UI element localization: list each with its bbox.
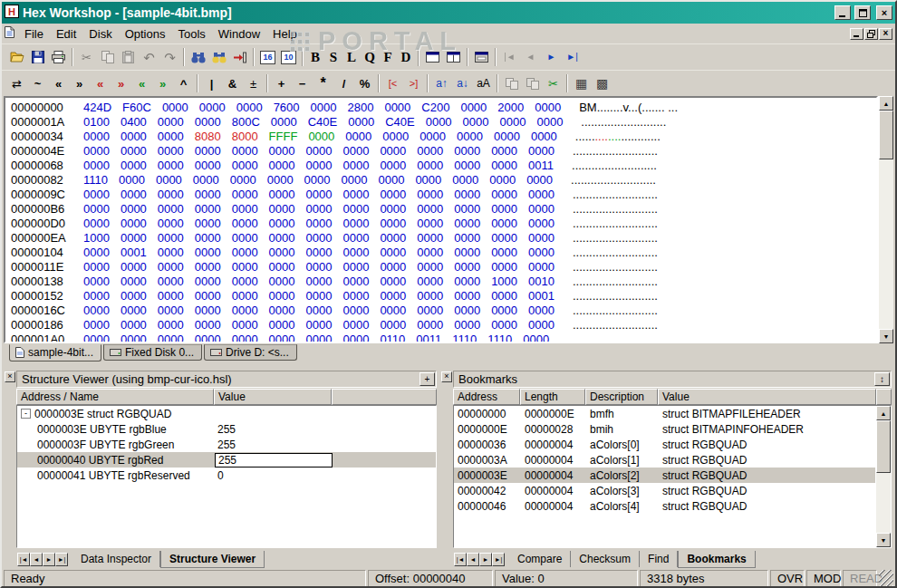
divide-icon[interactable]: / xyxy=(333,73,354,93)
hex-byte-group[interactable]: 0000 xyxy=(380,159,406,173)
cut-icon[interactable]: ✂ xyxy=(76,47,97,67)
hex-byte-group[interactable]: 0010 xyxy=(528,275,555,289)
hex-byte-group[interactable]: 0000 xyxy=(230,173,256,188)
hex-byte-group[interactable]: 0000 xyxy=(454,275,480,289)
splitter[interactable] xyxy=(2,362,895,369)
hex-byte-group[interactable]: 0000 xyxy=(491,246,517,260)
hex-byte-group[interactable]: 0000 xyxy=(83,289,110,304)
mdi-restore-button[interactable] xyxy=(864,28,878,40)
hex-byte-group[interactable]: 0000 xyxy=(121,260,147,275)
hex-byte-group[interactable]: 1110 xyxy=(487,333,512,343)
hex-byte-group[interactable]: 0000 xyxy=(121,275,147,289)
hex-byte-group[interactable]: 0000 xyxy=(342,173,368,188)
save-button[interactable] xyxy=(27,47,48,67)
hex-ascii[interactable]: .......................... xyxy=(573,318,658,332)
tab-scroll-back-icon[interactable]: ◄ xyxy=(467,553,479,566)
hex-byte-group[interactable]: 0000 xyxy=(83,333,110,343)
tab-scroll-first-icon[interactable]: |◄ xyxy=(454,553,467,566)
hex-byte-group[interactable]: 8080 xyxy=(195,130,221,144)
hex-byte-group[interactable]: 0000 xyxy=(83,188,110,202)
hex-byte-group[interactable]: 0000 xyxy=(528,217,555,231)
rotate-left-icon[interactable]: « xyxy=(90,73,111,93)
hex-row[interactable]: 000000EA10000000000000000000000000000000… xyxy=(11,231,876,246)
hex-byte-group[interactable]: 0000 xyxy=(457,130,483,144)
hex-byte-group[interactable]: 0000 xyxy=(463,115,489,130)
hex-byte-group[interactable]: 0000 xyxy=(454,246,480,260)
hex-byte-group[interactable]: 0000 xyxy=(380,304,406,318)
hex-byte-group[interactable]: 0000 xyxy=(523,333,549,343)
scrollbar-thumb[interactable] xyxy=(876,420,891,473)
hex-byte-group[interactable]: 0001 xyxy=(528,289,555,304)
hex-byte-group[interactable]: 0000 xyxy=(454,289,480,304)
tab-structure-viewer[interactable]: Structure Viewer xyxy=(160,551,265,568)
hex-byte-group[interactable]: 424D xyxy=(83,101,111,115)
tab-scroll-forward-icon[interactable]: ► xyxy=(479,553,492,566)
sort-descending-icon[interactable]: a↓ xyxy=(452,73,473,93)
hex-byte-group[interactable]: 0000 xyxy=(158,115,184,130)
tab-bookmarks[interactable]: Bookmarks xyxy=(678,551,755,568)
hex-byte-group[interactable]: 0000 xyxy=(158,231,184,246)
hex-byte-group[interactable]: 0000 xyxy=(306,217,333,231)
value-edit-field[interactable]: 255 xyxy=(215,453,333,468)
hex-byte-group[interactable]: 7600 xyxy=(274,101,300,115)
hex-byte-group[interactable]: 0000 xyxy=(348,115,374,130)
structure-row[interactable]: 0000003E UBYTE rgbBlue255 xyxy=(17,421,436,437)
hex-byte-group[interactable]: 0000 xyxy=(345,130,371,144)
title-bar[interactable]: H Hex Workshop - [sample-4bit.bmp] × xyxy=(2,2,895,24)
hex-byte-group[interactable]: 0000 xyxy=(415,173,441,188)
hex-byte-group[interactable]: 0000 xyxy=(417,289,443,304)
hex-byte-group[interactable]: 0000 xyxy=(380,144,406,159)
tab-scroll-last-icon[interactable]: ►| xyxy=(492,553,505,566)
hex-byte-group[interactable]: 0000 xyxy=(528,304,555,318)
hex-byte-group[interactable]: 0000 xyxy=(195,246,221,260)
hex-ascii[interactable]: .......................... xyxy=(571,173,656,187)
shift-right-icon[interactable]: » xyxy=(69,73,90,93)
tab-data-inspector[interactable]: Data Inspector xyxy=(72,551,160,567)
hex-byte-group[interactable]: 0000 xyxy=(83,275,110,289)
menu-help[interactable]: Help xyxy=(266,25,304,43)
hex-byte-group[interactable]: 0000 xyxy=(269,231,295,246)
hex-byte-group[interactable]: 0000 xyxy=(417,202,443,217)
hex-byte-group[interactable]: 2800 xyxy=(347,101,373,115)
document-icon[interactable] xyxy=(5,25,14,42)
hex-byte-group[interactable]: 0000 xyxy=(158,304,184,318)
hex-byte-group[interactable]: 0000 xyxy=(417,217,443,231)
hex-byte-group[interactable]: 0000 xyxy=(83,217,110,231)
hex-byte-group[interactable]: 0000 xyxy=(417,188,443,202)
hex-byte-group[interactable]: 0000 xyxy=(269,260,295,275)
hex-byte-group[interactable]: 0000 xyxy=(342,144,369,159)
hex-ascii[interactable]: .......................... xyxy=(573,188,658,201)
hex-byte-group[interactable]: 0000 xyxy=(306,289,333,304)
hex-byte-group[interactable]: 0000 xyxy=(491,202,517,217)
hex-byte-group[interactable]: 0000 xyxy=(342,275,369,289)
hex-byte-group[interactable]: 0000 xyxy=(158,260,184,275)
tab-checksum[interactable]: Checksum xyxy=(571,551,640,567)
digest-icon[interactable]: ▩ xyxy=(592,73,612,93)
hex-byte-group[interactable]: 0000 xyxy=(491,217,517,231)
hex-byte-group[interactable]: 0000 xyxy=(83,144,110,159)
hex-byte-group[interactable]: 0000 xyxy=(426,115,452,130)
hex-byte-group[interactable]: 0000 xyxy=(121,188,147,202)
hex-byte-group[interactable]: 0000 xyxy=(454,159,480,173)
hex-byte-group[interactable]: 0000 xyxy=(158,333,184,343)
close-panel-icon[interactable]: × xyxy=(5,371,15,382)
bookmark-row[interactable]: 0000003600000004aColors[0]struct RGBQUAD xyxy=(454,437,875,452)
hex-ascii[interactable]: .......................... xyxy=(572,159,657,172)
hex-editor[interactable]: 00000000424DF60C000000000000760000002800… xyxy=(4,96,878,343)
lower-bound-icon[interactable]: [< xyxy=(382,73,403,93)
hex-byte-group[interactable]: C200 xyxy=(421,101,449,115)
bookmark-row[interactable]: 000000000000000Ebmfhstruct BITMAPFILEHEA… xyxy=(454,406,875,421)
hex-byte-group[interactable]: 0000 xyxy=(195,115,221,130)
scroll-up-icon[interactable]: ▲ xyxy=(876,406,891,420)
hex-byte-group[interactable]: 0000 xyxy=(342,246,369,260)
bookmark-row[interactable]: 0000004600000004aColors[4]struct RGBQUAD xyxy=(454,498,875,514)
hex-byte-group[interactable]: 0000 xyxy=(342,202,369,217)
hex-byte-group[interactable]: 0001 xyxy=(121,246,147,260)
hex-byte-group[interactable]: 0000 xyxy=(195,318,221,333)
hex-byte-group[interactable]: 0000 xyxy=(121,289,147,304)
open-file-button[interactable] xyxy=(6,47,27,67)
hex-byte-group[interactable]: 0000 xyxy=(195,159,221,173)
structure-row[interactable]: 0000003F UBYTE rgbGreen255 xyxy=(17,437,436,452)
hex-byte-group[interactable]: 0000 xyxy=(491,304,517,318)
change-case-icon[interactable]: aA xyxy=(473,73,494,93)
